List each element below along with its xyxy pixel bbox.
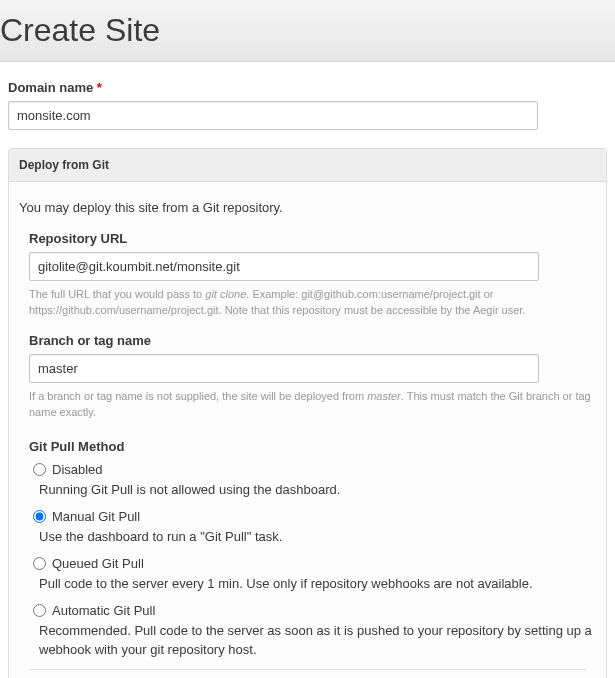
deploy-intro-text: You may deploy this site from a Git repo… [19, 200, 596, 215]
repository-url-label: Repository URL [29, 231, 596, 246]
section-divider [29, 669, 586, 670]
pull-option-disabled-radio[interactable] [33, 463, 46, 476]
branch-name-wrapper: Branch or tag name If a branch or tag na… [29, 333, 596, 421]
pull-option-queued-row: Queued Git Pull [29, 556, 596, 571]
domain-name-label-text: Domain name [8, 80, 97, 95]
domain-name-input[interactable] [8, 101, 538, 130]
pull-option-automatic-row: Automatic Git Pull [29, 603, 596, 618]
pull-option-manual-radio[interactable] [33, 510, 46, 523]
branch-name-label: Branch or tag name [29, 333, 596, 348]
page-header: Create Site [0, 0, 615, 62]
pull-option-automatic-label: Automatic Git Pull [52, 603, 155, 618]
deploy-from-git-panel: Deploy from Git You may deploy this site… [8, 148, 607, 678]
deploy-from-git-body: You may deploy this site from a Git repo… [9, 182, 606, 678]
pull-option-queued-label: Queued Git Pull [52, 556, 144, 571]
pull-option-disabled-help: Running Git Pull is not allowed using th… [39, 481, 596, 499]
branch-help-code: master [367, 390, 401, 402]
create-site-form: Domain name * Deploy from Git You may de… [0, 62, 615, 678]
branch-name-input[interactable] [29, 354, 539, 383]
domain-name-field-wrapper: Domain name * [8, 80, 607, 130]
required-marker: * [97, 80, 102, 95]
repository-url-input[interactable] [29, 252, 539, 281]
repository-url-wrapper: Repository URL The full URL that you wou… [29, 231, 596, 319]
pull-option-automatic-help: Recommended. Pull code to the server as … [39, 622, 596, 658]
pull-option-manual-row: Manual Git Pull [29, 509, 596, 524]
branch-help-pre: If a branch or tag name is not supplied,… [29, 390, 367, 402]
branch-name-help: If a branch or tag name is not supplied,… [29, 389, 596, 421]
pull-option-queued-help: Pull code to the server every 1 min. Use… [39, 575, 596, 593]
deploy-from-git-header[interactable]: Deploy from Git [9, 149, 606, 182]
page-title: Create Site [0, 12, 160, 49]
git-pull-method-group: Disabled Running Git Pull is not allowed… [29, 462, 596, 659]
domain-name-label: Domain name * [8, 80, 607, 95]
pull-option-automatic-radio[interactable] [33, 604, 46, 617]
pull-option-queued-radio[interactable] [33, 557, 46, 570]
git-pull-method-heading: Git Pull Method [29, 439, 596, 454]
pull-option-disabled-row: Disabled [29, 462, 596, 477]
repo-help-code: git clone [205, 288, 246, 300]
pull-option-manual-label: Manual Git Pull [52, 509, 140, 524]
pull-option-manual-help: Use the dashboard to run a "Git Pull" ta… [39, 528, 596, 546]
repository-url-help: The full URL that you would pass to git … [29, 287, 596, 319]
repo-help-pre: The full URL that you would pass to [29, 288, 205, 300]
pull-option-disabled-label: Disabled [52, 462, 103, 477]
